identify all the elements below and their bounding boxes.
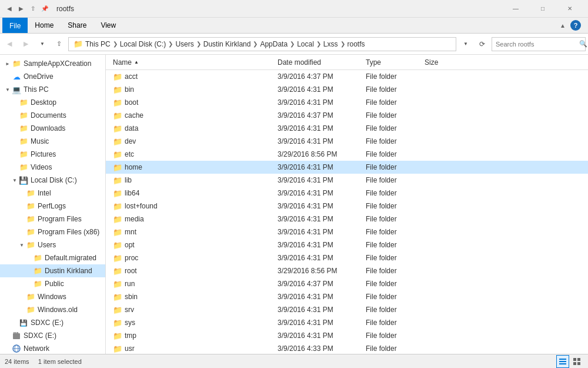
sidebar-item-windows[interactable]: 📁 Windows xyxy=(0,290,105,303)
crumb-lxss[interactable]: Lxss xyxy=(323,40,338,48)
crumb-localdisk[interactable]: Local Disk (C:) xyxy=(120,40,166,48)
file-type-cell: File folder xyxy=(363,341,422,354)
recent-locations-button[interactable]: ▼ xyxy=(35,37,49,51)
expand-arrow xyxy=(19,214,25,224)
table-row[interactable]: 📁 acct 3/9/2016 4:37 PM File folder xyxy=(106,70,588,83)
crumb-rootfs[interactable]: rootfs xyxy=(348,40,365,48)
table-row[interactable]: 📁 lib 3/9/2016 4:31 PM File folder xyxy=(106,174,588,187)
sidebar-item-public[interactable]: 📁 Public xyxy=(0,277,105,290)
col-header-type[interactable]: Type xyxy=(363,55,422,70)
table-row[interactable]: 📁 media 3/9/2016 4:31 PM File folder xyxy=(106,213,588,226)
sidebar-item-desktop[interactable]: 📁 Desktop xyxy=(0,96,105,109)
sidebar-item-programfilesx86[interactable]: 📁 Program Files (x86) xyxy=(0,226,105,238)
crumb-appdata[interactable]: AppData xyxy=(260,40,288,48)
path-folder-icon: 📁 xyxy=(74,39,83,48)
sidebar-item-sdxce1[interactable]: 💾 SDXC (E:) xyxy=(0,316,105,329)
sidebar-label-localdisk: Local Disk (C:) xyxy=(31,176,77,184)
sidebar-item-thispc[interactable]: ▼ 💻 This PC xyxy=(0,83,105,96)
sidebar-label-desktop: Desktop xyxy=(31,98,56,107)
minimize-button[interactable]: — xyxy=(502,0,529,18)
crumb-thispc[interactable]: This PC xyxy=(85,40,111,48)
table-row[interactable]: 📁 srv 3/9/2016 4:31 PM File folder xyxy=(106,303,588,316)
table-row[interactable]: 📁 dev 3/9/2016 4:31 PM File folder xyxy=(106,135,588,148)
crumb-dustin[interactable]: Dustin Kirkland xyxy=(203,40,251,48)
title-bar: ◀ ▶ ⇧ 📌 rootfs — □ ✕ xyxy=(0,0,588,18)
search-icon: 🔍 xyxy=(579,40,587,48)
table-row[interactable]: 📁 sys 3/9/2016 4:31 PM File folder xyxy=(106,316,588,329)
table-row[interactable]: 📁 cache 3/9/2016 4:37 PM File folder xyxy=(106,109,588,122)
table-row[interactable]: 📁 root 3/29/2016 8:56 PM File folder xyxy=(106,264,588,277)
table-row[interactable]: 📁 lost+found 3/9/2016 4:31 PM File folde… xyxy=(106,200,588,213)
sidebar-item-documents[interactable]: 📁 Documents xyxy=(0,109,105,122)
sidebar-label-network: Network xyxy=(24,344,49,353)
sidebar-item-programfiles[interactable]: 📁 Program Files xyxy=(0,213,105,226)
col-header-size[interactable]: Size xyxy=(422,55,583,70)
view-controls xyxy=(556,355,583,368)
expand-arrow xyxy=(12,150,18,159)
dropdown-button[interactable]: ▼ xyxy=(459,37,473,51)
forward-icon: ▶ xyxy=(16,4,26,14)
tab-file[interactable]: File xyxy=(2,18,28,33)
close-button[interactable]: ✕ xyxy=(556,0,583,18)
address-path[interactable]: 📁 This PC ❯ Local Disk (C:) ❯ Users ❯ Du… xyxy=(68,37,456,51)
table-row[interactable]: 📁 lib64 3/9/2016 4:31 PM File folder xyxy=(106,187,588,200)
forward-button[interactable]: ▶ xyxy=(19,37,33,51)
file-name-label: sys xyxy=(125,319,135,327)
table-row[interactable]: 📁 proc 3/9/2016 4:31 PM File folder xyxy=(106,251,588,264)
folder-icon: 📁 xyxy=(113,293,122,301)
col-header-name[interactable]: Name ▲ xyxy=(111,55,275,70)
svg-rect-9 xyxy=(559,363,566,364)
file-name-label: bin xyxy=(125,85,134,94)
table-row[interactable]: 📁 tmp 3/9/2016 4:31 PM File folder xyxy=(106,329,588,342)
sidebar-item-sdxce2[interactable]: SDXC (E:) xyxy=(0,329,105,342)
sidebar-item-intel[interactable]: 📁 Intel xyxy=(0,187,105,200)
sidebar-item-users[interactable]: ▼ 📁 Users xyxy=(0,238,105,251)
sidebar-item-perflogs[interactable]: 📁 PerfLogs xyxy=(0,200,105,213)
details-view-button[interactable] xyxy=(556,355,569,368)
up-button[interactable]: ⇧ xyxy=(52,37,66,51)
folder-icon: 📁 xyxy=(113,344,122,353)
folder-icon: 📁 xyxy=(113,254,122,263)
folder-icon: 📁 xyxy=(26,227,35,237)
table-row[interactable]: 📁 sbin 3/9/2016 4:31 PM File folder xyxy=(106,290,588,303)
ribbon-collapse-button[interactable]: ▲ xyxy=(560,22,566,29)
tab-share[interactable]: Share xyxy=(61,18,93,33)
sidebar-item-windowsold[interactable]: 📁 Windows.old xyxy=(0,303,105,316)
sidebar-item-localdisk[interactable]: ▼ 💾 Local Disk (C:) xyxy=(0,174,105,187)
help-button[interactable]: ? xyxy=(570,20,581,31)
sidebar-item-music[interactable]: 📁 Music xyxy=(0,135,105,148)
crumb-users[interactable]: Users xyxy=(175,40,193,48)
search-input[interactable] xyxy=(496,41,577,48)
tab-view[interactable]: View xyxy=(93,18,123,33)
back-button[interactable]: ◀ xyxy=(2,37,16,51)
table-row[interactable]: 📁 data 3/9/2016 4:31 PM File folder xyxy=(106,122,588,135)
sidebar-item-onedrive[interactable]: ☁ OneDrive xyxy=(0,70,105,83)
table-row[interactable]: 📁 boot 3/9/2016 4:31 PM File folder xyxy=(106,96,588,109)
refresh-button[interactable]: ⟳ xyxy=(475,37,489,51)
sidebar-item-sampleapp[interactable]: ► 📁 SampleAppXCreation xyxy=(0,57,105,70)
sidebar-item-downloads[interactable]: 📁 Downloads xyxy=(0,122,105,135)
sidebar-item-dustinkirkland[interactable]: 📁 Dustin Kirkland xyxy=(0,264,105,277)
tab-home[interactable]: Home xyxy=(28,18,61,33)
sidebar-label-music: Music xyxy=(31,137,49,145)
file-name-label: acct xyxy=(125,72,138,81)
folder-icon: 📁 xyxy=(113,150,122,159)
large-icons-view-button[interactable] xyxy=(570,355,583,368)
sidebar-item-defaultmigrated[interactable]: 📁 Default.migrated xyxy=(0,251,105,264)
sidebar-item-network[interactable]: Network xyxy=(0,342,105,354)
crumb-local[interactable]: Local xyxy=(297,40,314,48)
table-row[interactable]: 📁 opt 3/9/2016 4:31 PM File folder xyxy=(106,238,588,251)
col-header-date[interactable]: Date modified xyxy=(275,55,363,70)
table-row[interactable]: 📁 usr 3/9/2016 4:33 PM File folder xyxy=(106,342,588,354)
sidebar-item-pictures[interactable]: 📁 Pictures xyxy=(0,148,105,161)
table-row[interactable]: 📁 run 3/9/2016 4:37 PM File folder xyxy=(106,277,588,290)
maximize-button[interactable]: □ xyxy=(529,0,556,18)
sort-arrow: ▲ xyxy=(134,59,139,65)
sidebar-item-videos[interactable]: 📁 Videos xyxy=(0,161,105,174)
table-row[interactable]: 📁 etc 3/29/2016 8:56 PM File folder xyxy=(106,148,588,161)
table-row[interactable]: 📁 mnt 3/9/2016 4:31 PM File folder xyxy=(106,226,588,238)
file-name-label: boot xyxy=(125,98,138,107)
file-name-label: lost+found xyxy=(125,202,158,210)
table-row[interactable]: 📁 home 3/9/2016 4:31 PM File folder xyxy=(106,161,588,174)
table-row[interactable]: 📁 bin 3/9/2016 4:31 PM File folder xyxy=(106,83,588,96)
